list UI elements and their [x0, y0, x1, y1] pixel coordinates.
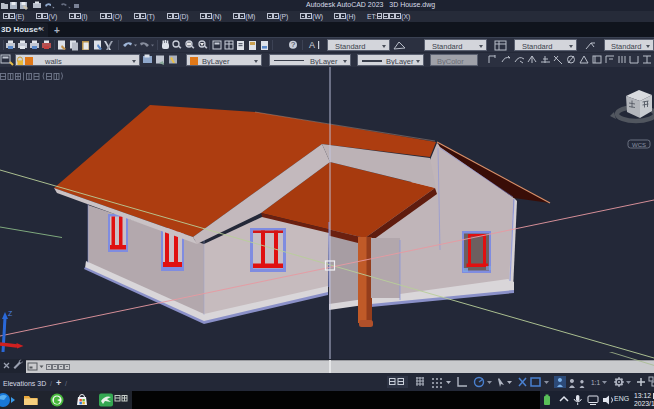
svg-text:Z: Z [8, 310, 13, 317]
svg-text:WCS: WCS [632, 142, 646, 148]
svg-text:A: A [309, 40, 315, 50]
svg-text:1:1: 1:1 [591, 379, 600, 386]
svg-text:?: ? [291, 40, 295, 49]
